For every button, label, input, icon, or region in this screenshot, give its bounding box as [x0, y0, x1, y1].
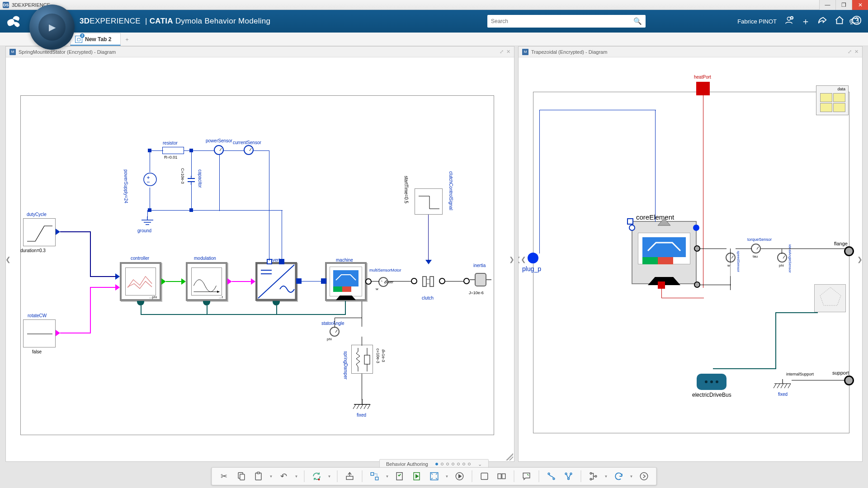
block-inertia[interactable] [470, 271, 491, 289]
fit-dropdown-icon[interactable]: ▼ [444, 469, 450, 483]
add-icon[interactable]: ＋ [801, 15, 810, 28]
panel-expand-icon[interactable]: ⤢ [848, 49, 852, 55]
minimize-button[interactable]: — [819, 0, 835, 10]
tree-dropdown-icon[interactable]: ▼ [603, 469, 609, 483]
side-handle-right[interactable]: ❯ [857, 250, 862, 268]
side-handle-left[interactable]: ❮ [6, 250, 11, 268]
split-button[interactable] [561, 469, 576, 483]
block-ground[interactable] [141, 216, 154, 226]
block-statorangle[interactable] [330, 327, 340, 337]
label-powersensor: powerSensor [206, 138, 232, 143]
add-tab-button[interactable]: ＋ [121, 33, 133, 46]
panel-expand-icon[interactable]: ⤢ [500, 49, 504, 55]
block-controller[interactable]: ...phi [120, 262, 161, 301]
port [411, 278, 417, 284]
label-clutch: clutch [422, 296, 434, 300]
check-model-button[interactable] [392, 469, 408, 483]
port [627, 218, 633, 225]
home-icon[interactable] [835, 15, 844, 28]
block-inverter[interactable] [255, 262, 297, 301]
block-anglesensor[interactable] [777, 253, 787, 263]
search-icon[interactable]: 🔍 [633, 17, 642, 25]
maximize-button[interactable]: ❐ [835, 0, 852, 10]
block-dutycycle[interactable] [23, 218, 56, 246]
chevron-down-icon[interactable]: ⌄ [478, 461, 482, 467]
label-fixed2: fixed [778, 392, 788, 397]
panel-right: M Trapezoidal (Encrypted) - Diagram ⤢ ✕ … [518, 46, 863, 462]
paste-dropdown-icon[interactable]: ▼ [268, 469, 274, 483]
group-button[interactable] [477, 469, 492, 483]
svg-marker-45 [658, 218, 670, 225]
connect-button[interactable] [544, 469, 559, 483]
block-springdamper[interactable] [351, 345, 373, 374]
block-coreelement[interactable] [632, 221, 697, 284]
update-dropdown-icon[interactable]: ▼ [326, 469, 333, 483]
svg-line-46 [757, 247, 759, 249]
export-button[interactable] [342, 469, 358, 483]
panel-close-icon[interactable]: ✕ [854, 49, 859, 55]
svg-rect-71 [502, 474, 505, 479]
fit-button[interactable] [427, 469, 442, 483]
search-box[interactable]: 🔍 [487, 15, 646, 28]
block-fixed2[interactable] [773, 379, 793, 392]
next-button[interactable] [637, 469, 652, 483]
canvas-left[interactable]: ❮ ❯ dutyCycle duration=0.3 rotateCW fals… [6, 57, 514, 461]
copy-button[interactable] [234, 469, 249, 483]
block-clutch[interactable] [417, 275, 439, 288]
svg-line-47 [731, 256, 733, 258]
section-dots[interactable] [435, 463, 471, 465]
undo-button[interactable]: ↶ [276, 469, 292, 483]
block-torquesensor[interactable] [751, 244, 761, 253]
update-button[interactable]: ● [309, 469, 325, 483]
port-heatport[interactable] [696, 82, 710, 95]
port-support[interactable] [844, 375, 854, 385]
port-plug-p[interactable] [528, 253, 538, 263]
label-heatport: heatPort [694, 75, 711, 80]
svg-rect-57 [240, 474, 245, 480]
block-resistor[interactable] [162, 147, 184, 154]
block-currentsensor[interactable] [244, 145, 254, 155]
tree-button[interactable] [586, 469, 601, 483]
close-button[interactable]: ✕ [852, 0, 868, 10]
side-handle-right[interactable]: ❯ [509, 250, 514, 268]
block-speedsensor[interactable] [726, 253, 736, 263]
cut-button[interactable]: ✂ [217, 469, 232, 483]
diagram-dropdown-icon[interactable]: ▼ [384, 469, 391, 483]
annotation-button[interactable] [519, 469, 534, 483]
block-powersupply[interactable] [142, 171, 158, 188]
user-avatar-icon[interactable] [784, 15, 794, 28]
undo-dropdown-icon[interactable]: ▼ [293, 469, 300, 483]
paste-button[interactable] [251, 469, 266, 483]
port-flange[interactable] [844, 246, 854, 256]
block-electricdrivebus[interactable] [697, 374, 726, 390]
block-powersensor[interactable] [214, 145, 224, 155]
label-ground: ground [137, 228, 151, 233]
svg-point-76 [568, 478, 570, 480]
ungroup-button[interactable] [494, 469, 509, 483]
block-machine[interactable] [325, 262, 367, 301]
help-icon[interactable] [852, 15, 862, 28]
diagram-tool-button[interactable] [367, 469, 382, 483]
block-busconnector[interactable] [814, 284, 846, 312]
tab-new-tab-2[interactable]: ▢ New Tab 2 [70, 33, 121, 46]
reload-button[interactable] [611, 469, 627, 483]
svg-line-51 [774, 384, 776, 388]
block-capacitor[interactable] [187, 176, 196, 185]
canvas-right[interactable]: ❮❮ ❯ heatPort data plug_p coreElement [519, 57, 862, 461]
resize-grip[interactable] [506, 453, 513, 460]
block-rotatecw[interactable] [23, 319, 56, 347]
block-fixed[interactable] [352, 399, 372, 412]
play-button[interactable] [452, 469, 467, 483]
block-data[interactable]: data [816, 85, 849, 115]
search-input[interactable] [491, 18, 633, 24]
panel-close-icon[interactable]: ✕ [506, 49, 510, 55]
label-multisensor: multiSensorMotor [369, 268, 401, 272]
block-modulation[interactable]: ...t [186, 262, 227, 301]
bottom-toolbar: ✂ ▼ ↶ ▼ ● ▼ ▼ ▼ ▼ ▼ [212, 467, 657, 485]
share-icon[interactable] [817, 15, 827, 28]
svg-line-54 [784, 384, 787, 388]
compass-hub[interactable]: ▶ [29, 5, 75, 50]
reload-dropdown-icon[interactable]: ▼ [628, 469, 635, 483]
block-clutchsig[interactable] [415, 188, 443, 215]
simulate-button[interactable] [410, 469, 425, 483]
